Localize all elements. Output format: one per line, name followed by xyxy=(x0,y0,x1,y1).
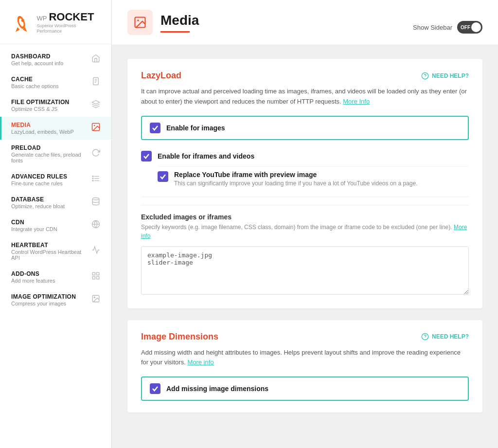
image-dimensions-more-info[interactable]: More info xyxy=(187,358,213,366)
sidebar-item-preload[interactable]: PRELOAD Generate cache files, preload fo… xyxy=(0,140,111,168)
rules-icon xyxy=(90,174,102,185)
nav-subtitle-advanced-rules: Fine-tune cache rules xyxy=(11,180,90,186)
sidebar-item-media[interactable]: MEDIA LazyLoad, embeds, WebP xyxy=(0,117,111,140)
nav-subtitle-image-optimization: Compress your images xyxy=(11,301,90,306)
lazyload-need-help[interactable]: NEED HELP? xyxy=(421,72,469,80)
nav-subtitle-cdn: Integrate your CDN xyxy=(11,226,90,232)
sidebar-item-addons[interactable]: ADD-ONS Add more features xyxy=(0,266,111,288)
nav-subtitle-preload: Generate cache files, preload fonts xyxy=(11,152,90,163)
sidebar-item-database[interactable]: DATABASE Optimize, reduce bloat xyxy=(0,191,111,214)
nav-subtitle-heartbeat: Control WordPress Heartbeat API xyxy=(11,249,90,261)
nav-title-image-optimization: IMAGE OPTIMIZATION xyxy=(11,293,90,300)
lazyload-section: LazyLoad NEED HELP? It can improve actua… xyxy=(127,59,482,308)
page-title-underline xyxy=(160,31,190,33)
nav-subtitle-media: LazyLoad, embeds, WebP xyxy=(11,129,90,135)
lazyload-more-info[interactable]: More Info xyxy=(343,98,370,105)
svg-rect-17 xyxy=(92,178,93,179)
svg-point-19 xyxy=(92,198,99,200)
sub-option-youtube-label: Replace YouTube iframe with preview imag… xyxy=(174,171,418,179)
sidebar-item-heartbeat[interactable]: HEARTBEAT Control WordPress Heartbeat AP… xyxy=(0,237,111,266)
svg-marker-10 xyxy=(92,101,100,105)
sidebar-item-advanced-rules[interactable]: ADVANCED RULES Fine-tune cache rules xyxy=(0,168,111,191)
logo: WP ROCKET Superior WordPress Performance xyxy=(0,0,111,44)
nav-title-cache: CACHE xyxy=(11,76,90,83)
sidebar-item-cdn[interactable]: CDN Integrate your CDN xyxy=(0,214,111,237)
option-label-enable-images: Enable for images xyxy=(166,124,225,132)
option-enable-iframes: Enable for iframes and videos xyxy=(141,146,254,166)
checkbox-add-dimensions[interactable] xyxy=(150,383,160,394)
page-title: Media xyxy=(160,13,199,28)
page-title-area: Media xyxy=(127,10,199,45)
page-header: Media Show Sidebar OFF xyxy=(112,0,498,45)
nav-title-media: MEDIA xyxy=(11,122,90,128)
svg-rect-22 xyxy=(92,272,95,275)
svg-rect-18 xyxy=(92,180,93,181)
lazyload-title: LazyLoad xyxy=(141,71,181,81)
rocket-logo-icon xyxy=(10,11,33,34)
nav-title-file-optimization: FILE OPTIMIZATION xyxy=(11,99,90,106)
nav-subtitle-file-optimization: Optimize CSS & JS xyxy=(11,106,90,112)
option-enable-images: Enable for images xyxy=(141,116,469,140)
nav-title-heartbeat: HEARTBEAT xyxy=(11,242,90,249)
show-sidebar-toggle[interactable]: OFF xyxy=(457,21,482,34)
option-add-missing-dimensions: Add missing image dimensions xyxy=(141,376,469,401)
option-enable-iframes-group: Enable for iframes and videos Replace Yo… xyxy=(141,146,469,197)
toggle-knob xyxy=(471,22,481,32)
home-icon xyxy=(90,54,102,65)
image-dimensions-title: Image Dimensions xyxy=(141,332,218,342)
content-area: LazyLoad NEED HELP? It can improve actua… xyxy=(112,45,498,438)
show-sidebar-area: Show Sidebar OFF xyxy=(413,21,482,34)
svg-point-29 xyxy=(137,19,139,21)
nav-title-cdn: CDN xyxy=(11,219,90,226)
logo-tagline: Superior WordPress Performance xyxy=(37,23,102,34)
nav-title-database: DATABASE xyxy=(11,196,90,203)
option-label-enable-iframes: Enable for iframes and videos xyxy=(158,152,254,160)
sub-option-youtube: Replace YouTube iframe with preview imag… xyxy=(158,166,469,193)
sidebar: WP ROCKET Superior WordPress Performance… xyxy=(0,0,112,448)
logo-wp: WP xyxy=(37,15,47,22)
cache-icon xyxy=(90,77,102,88)
excluded-textarea[interactable]: example-image.jpg slider-image xyxy=(141,246,469,295)
cdn-icon xyxy=(90,220,102,231)
nav-subtitle-addons: Add more features xyxy=(11,278,90,284)
sidebar-item-dashboard[interactable]: DASHBOARD Get help, account info xyxy=(0,48,111,71)
logo-rocket: ROCKET xyxy=(49,11,94,23)
image-dimensions-section: Image Dimensions NEED HELP? Add missing … xyxy=(127,320,482,413)
nav-subtitle-cache: Basic cache options xyxy=(11,83,90,89)
logo-text: WP ROCKET Superior WordPress Performance xyxy=(37,11,102,34)
svg-rect-24 xyxy=(97,277,99,279)
main-content: Media Show Sidebar OFF LazyLoad NEED HEL… xyxy=(112,0,498,448)
layers-icon xyxy=(90,100,102,111)
image-dimensions-help-label: NEED HELP? xyxy=(432,333,469,340)
sidebar-item-file-optimization[interactable]: FILE OPTIMIZATION Optimize CSS & JS xyxy=(0,94,111,117)
nav-title-advanced-rules: ADVANCED RULES xyxy=(11,173,90,180)
checkbox-enable-iframes[interactable] xyxy=(141,151,152,161)
lazyload-header: LazyLoad NEED HELP? xyxy=(141,71,469,81)
nav-title-addons: ADD-ONS xyxy=(11,270,90,277)
heartbeat-icon xyxy=(90,246,102,257)
image-opt-icon xyxy=(90,294,102,305)
nav-title-preload: PRELOAD xyxy=(11,144,90,151)
option-label-add-dimensions: Add missing image dimensions xyxy=(166,385,268,393)
show-sidebar-label: Show Sidebar xyxy=(413,24,452,31)
excluded-desc: Specify keywords (e.g. image filename, C… xyxy=(141,223,469,240)
nav-title-dashboard: DASHBOARD xyxy=(11,53,90,60)
svg-point-5 xyxy=(21,19,24,22)
media-icon xyxy=(90,122,102,134)
sidebar-nav: DASHBOARD Get help, account info CACHE B… xyxy=(0,44,111,448)
image-dimensions-header: Image Dimensions NEED HELP? xyxy=(141,332,469,342)
svg-rect-25 xyxy=(92,277,95,279)
database-icon xyxy=(90,197,102,208)
image-dimensions-need-help[interactable]: NEED HELP? xyxy=(421,333,469,340)
checkbox-enable-images[interactable] xyxy=(150,123,160,133)
nav-subtitle-database: Optimize, reduce bloat xyxy=(11,203,90,209)
sub-option-youtube-desc: This can significantly improve your load… xyxy=(174,180,418,187)
svg-point-12 xyxy=(94,125,95,126)
image-dimensions-description: Add missing width and height attributes … xyxy=(141,348,469,368)
nav-subtitle-dashboard: Get help, account info xyxy=(11,60,90,66)
sidebar-item-cache[interactable]: CACHE Basic cache options xyxy=(0,71,111,94)
lazyload-description: It can improve actual and perceived load… xyxy=(141,87,469,107)
sidebar-item-image-optimization[interactable]: IMAGE OPTIMIZATION Compress your images xyxy=(0,288,111,311)
preload-icon xyxy=(90,148,102,160)
checkbox-replace-youtube[interactable] xyxy=(158,171,168,182)
